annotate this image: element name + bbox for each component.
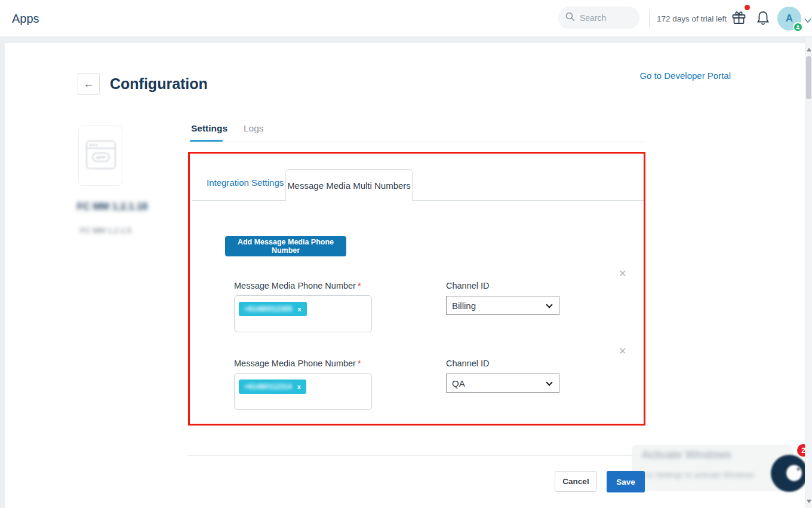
remove-row-icon[interactable]: ✕ bbox=[619, 345, 626, 357]
tab-settings[interactable]: Settings bbox=[191, 123, 227, 134]
search-icon bbox=[565, 12, 575, 24]
chat-widget-dot bbox=[797, 468, 799, 470]
activate-windows-watermark: Activate Windows bbox=[642, 448, 731, 461]
channel-id-value: Billing bbox=[452, 301, 476, 311]
save-button[interactable]: Save bbox=[607, 471, 645, 492]
scrollbar-track[interactable] bbox=[805, 38, 812, 508]
app-icon-label: APP bbox=[92, 152, 110, 162]
account-chevron-down-icon[interactable] bbox=[804, 15, 811, 26]
add-phone-number-button[interactable]: Add Message Media Phone Number bbox=[225, 236, 346, 256]
tab-logs[interactable]: Logs bbox=[244, 123, 264, 134]
scrollbar-up-arrow[interactable] bbox=[807, 48, 811, 51]
tabs-divider bbox=[190, 142, 645, 142]
top-header: Apps 172 days of trial left bbox=[0, 0, 812, 37]
channel-id-value: QA bbox=[452, 378, 465, 388]
app-name-blurred: FC MM 1.2.1.18 bbox=[77, 201, 147, 212]
developer-portal-link[interactable]: Go to Developer Portal bbox=[639, 71, 731, 81]
notification-bell-icon[interactable] bbox=[756, 10, 771, 27]
phone-number-chip: +61480012305 x bbox=[239, 302, 307, 316]
page-title: Configuration bbox=[110, 75, 208, 93]
channel-id-label: Channel ID bbox=[446, 359, 490, 368]
activate-windows-subtext: Go to Settings to activate Windows bbox=[634, 470, 786, 479]
channel-id-select[interactable]: QA bbox=[446, 374, 559, 393]
app-icon-card: APP bbox=[78, 126, 122, 186]
chip-number-blurred: +61480012305 bbox=[244, 305, 292, 313]
chip-remove-icon[interactable]: x bbox=[297, 383, 301, 390]
app-subtitle-blurred: FC MM 1.2.1.5 bbox=[80, 226, 131, 235]
search-input[interactable] bbox=[580, 13, 633, 23]
select-chevron-down-icon bbox=[546, 379, 552, 385]
footer-divider bbox=[188, 455, 645, 456]
app-page: Apps 172 days of trial left bbox=[0, 0, 812, 508]
gift-notification-dot bbox=[745, 5, 750, 10]
subtab-message-media-multi-numbers[interactable]: Message Media Multi Numbers bbox=[285, 169, 413, 201]
cancel-button[interactable]: Cancel bbox=[555, 471, 597, 492]
channel-id-label: Channel ID bbox=[446, 281, 490, 290]
online-status-badge bbox=[793, 22, 803, 32]
required-asterisk: * bbox=[358, 359, 361, 368]
scrollbar-down-arrow[interactable] bbox=[807, 500, 811, 503]
phone-number-label: Message Media Phone Number* bbox=[234, 359, 361, 368]
avatar-letter: A bbox=[786, 13, 793, 25]
remove-row-icon[interactable]: ✕ bbox=[619, 268, 626, 279]
header-divider bbox=[649, 10, 650, 27]
required-asterisk: * bbox=[358, 281, 361, 290]
select-chevron-down-icon bbox=[546, 301, 552, 308]
active-tab-underline bbox=[190, 140, 223, 142]
trial-countdown: 172 days of trial left bbox=[657, 14, 727, 23]
channel-id-select[interactable]: Billing bbox=[446, 296, 559, 315]
gift-icon[interactable] bbox=[731, 10, 748, 26]
apps-title: Apps bbox=[12, 0, 39, 37]
phone-number-label: Message Media Phone Number* bbox=[234, 281, 361, 290]
scrollbar-thumb[interactable] bbox=[806, 56, 811, 99]
app-window-icon: APP bbox=[86, 140, 116, 169]
chat-widget-glyph bbox=[786, 465, 802, 481]
back-button[interactable]: ← bbox=[78, 73, 100, 95]
phone-number-chip: +61480112314 x bbox=[239, 380, 306, 394]
subtab-active-label: Message Media Multi Numbers bbox=[287, 180, 411, 191]
subtab-integration-settings[interactable]: Integration Settings bbox=[207, 178, 284, 188]
chat-widget-button[interactable] bbox=[771, 455, 808, 492]
chip-number-blurred: +61480112314 bbox=[244, 382, 292, 391]
back-arrow-icon: ← bbox=[84, 78, 94, 90]
search-box[interactable] bbox=[558, 7, 639, 29]
chip-remove-icon[interactable]: x bbox=[297, 305, 301, 313]
